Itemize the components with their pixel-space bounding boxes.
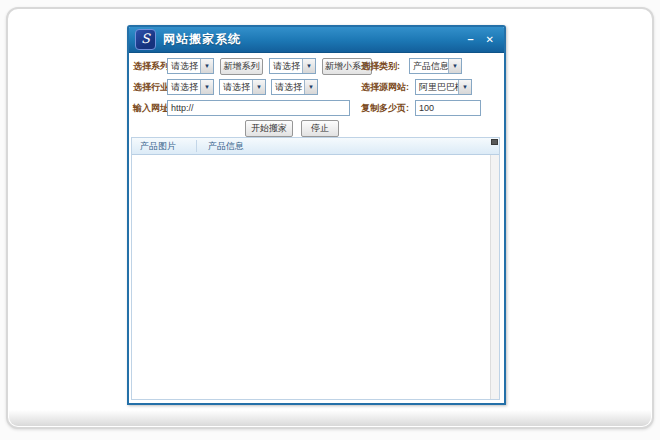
dropdown-arrow-icon: ▼ bbox=[304, 80, 317, 94]
series-select[interactable]: 请选择 ▼ bbox=[167, 58, 214, 74]
dropdown-arrow-icon: ▼ bbox=[458, 80, 471, 94]
industry-select-3-value: 请选择 bbox=[272, 80, 304, 94]
title-bar[interactable]: S 网站搬家系统 – ✕ bbox=[129, 27, 504, 53]
window-title: 网站搬家系统 bbox=[163, 31, 241, 48]
dropdown-arrow-icon: ▼ bbox=[200, 59, 213, 73]
frame-bottom-shade bbox=[9, 410, 651, 426]
subseries-select[interactable]: 请选择 ▼ bbox=[269, 58, 316, 74]
start-move-button[interactable]: 开始搬家 bbox=[245, 120, 293, 137]
dropdown-arrow-icon: ▼ bbox=[200, 80, 213, 94]
add-series-button[interactable]: 新增系列 bbox=[220, 58, 263, 75]
column-header-product-info[interactable]: 产品信息 bbox=[208, 138, 244, 154]
table-body bbox=[132, 155, 490, 399]
table-scrollbar[interactable] bbox=[490, 155, 499, 399]
pages-input[interactable] bbox=[415, 100, 481, 116]
industry-select-2[interactable]: 请选择 ▼ bbox=[219, 79, 266, 95]
source-site-label: 选择源网站: bbox=[361, 79, 409, 95]
category-label: 选择类别: bbox=[361, 58, 400, 74]
close-button[interactable]: ✕ bbox=[486, 34, 494, 45]
pages-label: 复制多少页: bbox=[361, 100, 409, 116]
series-select-value: 请选择 bbox=[168, 59, 200, 73]
dropdown-arrow-icon: ▼ bbox=[302, 59, 315, 73]
browser-frame: S 网站搬家系统 – ✕ 选择系列: 请选择 ▼ 新增系列 请选择 ▼ 新增小系… bbox=[6, 7, 654, 429]
results-table: 产品图片 产品信息 bbox=[131, 137, 500, 400]
industry-select-3[interactable]: 请选择 ▼ bbox=[271, 79, 318, 95]
industry-select-1-value: 请选择 bbox=[168, 80, 200, 94]
minimize-button[interactable]: – bbox=[467, 34, 473, 45]
url-input[interactable] bbox=[167, 100, 350, 116]
stop-button[interactable]: 停止 bbox=[301, 120, 339, 137]
source-site-select-value: 阿里巴巴模 bbox=[416, 80, 458, 94]
industry-select-2-value: 请选择 bbox=[220, 80, 252, 94]
industry-select-1[interactable]: 请选择 ▼ bbox=[167, 79, 214, 95]
grid-customize-button[interactable] bbox=[491, 139, 498, 145]
dropdown-arrow-icon: ▼ bbox=[252, 80, 265, 94]
app-logo-icon: S bbox=[135, 29, 156, 50]
app-window: S 网站搬家系统 – ✕ 选择系列: 请选择 ▼ 新增系列 请选择 ▼ 新增小系… bbox=[127, 25, 506, 405]
subseries-select-value: 请选择 bbox=[270, 59, 302, 73]
table-header-row: 产品图片 产品信息 bbox=[132, 138, 499, 155]
window-controls: – ✕ bbox=[467, 34, 498, 45]
column-header-product-image[interactable]: 产品图片 bbox=[140, 138, 176, 154]
source-site-select[interactable]: 阿里巴巴模 ▼ bbox=[415, 79, 472, 95]
column-divider[interactable] bbox=[196, 140, 197, 152]
dropdown-arrow-icon: ▼ bbox=[448, 59, 461, 73]
window-content: 选择系列: 请选择 ▼ 新增系列 请选择 ▼ 新增小系列 选择类别: 产品信息 … bbox=[129, 53, 504, 402]
category-select[interactable]: 产品信息 ▼ bbox=[409, 58, 462, 74]
category-select-value: 产品信息 bbox=[410, 59, 448, 73]
